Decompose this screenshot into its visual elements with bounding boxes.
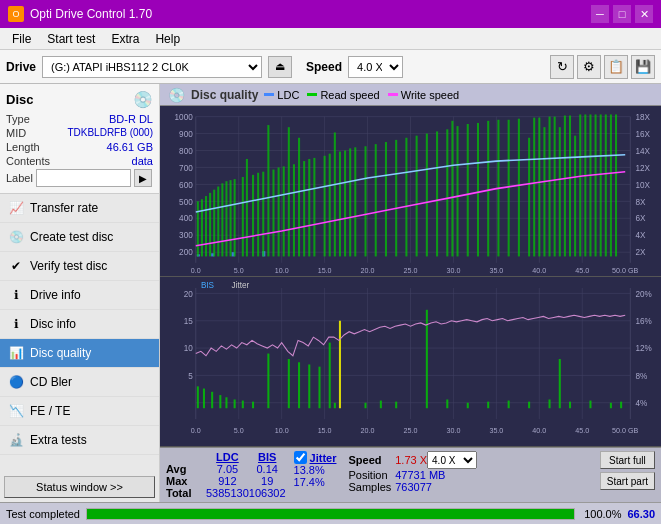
svg-rect-171 [508, 400, 510, 408]
read-speed-legend-label: Read speed [320, 89, 379, 101]
svg-rect-107 [549, 117, 551, 257]
menu-bar: File Start test Extra Help [0, 28, 661, 50]
svg-text:0.0: 0.0 [191, 266, 201, 275]
ldc-legend-label: LDC [277, 89, 299, 101]
drive-info-icon: ℹ [8, 287, 24, 303]
svg-rect-77 [308, 159, 310, 256]
svg-rect-105 [538, 118, 540, 257]
start-part-button[interactable]: Start part [600, 472, 655, 490]
jitter-col-header: Jitter [310, 452, 337, 464]
svg-text:300: 300 [179, 230, 193, 240]
svg-rect-117 [600, 114, 602, 256]
jitter-checkbox[interactable] [294, 451, 307, 464]
disc-icon: 💿 [133, 90, 153, 109]
svg-rect-68 [262, 172, 264, 257]
sidebar-item-create-test-disc[interactable]: 💿 Create test disc [0, 223, 159, 252]
sidebar-item-disc-info[interactable]: ℹ Disc info [0, 310, 159, 339]
svg-rect-80 [329, 154, 331, 257]
jitter-max: 17.4% [294, 476, 337, 488]
svg-rect-151 [211, 391, 213, 407]
svg-text:20%: 20% [635, 288, 652, 298]
bis-max: 19 [249, 475, 286, 487]
svg-text:900: 900 [179, 129, 193, 139]
svg-rect-173 [549, 399, 551, 408]
settings-button[interactable]: ⚙ [577, 55, 601, 79]
menu-start-test[interactable]: Start test [39, 30, 103, 48]
ldc-col-header: LDC [206, 451, 249, 463]
svg-rect-116 [595, 114, 597, 256]
svg-rect-160 [308, 364, 310, 408]
svg-rect-55 [201, 199, 203, 256]
type-key: Type [6, 113, 30, 125]
eject-button[interactable]: ⏏ [268, 56, 292, 78]
svg-text:20.0: 20.0 [361, 266, 375, 275]
save-button[interactable]: 💾 [631, 55, 655, 79]
legend: LDC Read speed Write speed [264, 89, 459, 101]
disc-panel: Disc 💿 Type BD-R DL MID TDKBLDRFB (000) … [0, 84, 159, 194]
refresh-button[interactable]: ↻ [550, 55, 574, 79]
svg-rect-71 [278, 167, 280, 256]
app-title: Opti Drive Control 1.70 [30, 7, 152, 21]
menu-help[interactable]: Help [147, 30, 188, 48]
svg-text:45.0: 45.0 [575, 266, 589, 275]
quality-title: Disc quality [191, 88, 258, 102]
svg-rect-66 [252, 175, 254, 257]
sidebar-item-transfer-rate[interactable]: 📈 Transfer rate [0, 194, 159, 223]
start-full-button[interactable]: Start full [600, 451, 655, 469]
mid-key: MID [6, 127, 26, 139]
svg-rect-75 [298, 138, 300, 257]
svg-rect-82 [339, 152, 341, 257]
write-speed-legend-label: Write speed [401, 89, 460, 101]
minimize-button[interactable]: ─ [591, 5, 609, 23]
contents-key: Contents [6, 155, 50, 167]
svg-rect-177 [610, 402, 612, 407]
menu-extra[interactable]: Extra [103, 30, 147, 48]
svg-rect-166 [395, 401, 397, 408]
fe-te-icon: 📉 [8, 403, 24, 419]
info-button[interactable]: 📋 [604, 55, 628, 79]
svg-text:25.0: 25.0 [404, 426, 418, 435]
svg-rect-178 [620, 401, 622, 408]
svg-rect-96 [457, 126, 459, 256]
sidebar-item-label: Create test disc [30, 230, 113, 244]
sidebar-item-verify-test-disc[interactable]: ✔ Verify test disc [0, 252, 159, 281]
svg-rect-115 [589, 114, 591, 256]
svg-text:700: 700 [179, 162, 193, 172]
svg-rect-170 [487, 401, 489, 408]
close-button[interactable]: ✕ [635, 5, 653, 23]
ldc-legend-color [264, 93, 274, 96]
svg-rect-67 [257, 173, 259, 257]
svg-rect-106 [543, 127, 545, 256]
svg-rect-94 [446, 129, 448, 256]
svg-rect-85 [354, 147, 356, 256]
svg-rect-157 [267, 353, 269, 408]
svg-rect-86 [364, 146, 366, 256]
sidebar-item-fe-te[interactable]: 📉 FE / TE [0, 397, 159, 426]
content-area: 💿 Disc quality LDC Read speed Write spee… [160, 84, 661, 502]
speed-select[interactable]: 4.0 X [348, 56, 403, 78]
svg-rect-65 [246, 159, 248, 256]
svg-rect-112 [574, 136, 576, 257]
label-set-button[interactable]: ▶ [134, 169, 152, 187]
maximize-button[interactable]: □ [613, 5, 631, 23]
read-speed-legend-color [307, 93, 317, 96]
svg-rect-110 [564, 116, 566, 257]
disc-label-input[interactable] [36, 169, 131, 187]
sidebar-item-disc-quality[interactable]: 📊 Disc quality [0, 339, 159, 368]
length-key: Length [6, 141, 40, 153]
progress-track [86, 508, 575, 520]
speed-stat-select[interactable]: 4.0 X [427, 451, 477, 469]
menu-file[interactable]: File [4, 30, 39, 48]
status-window-button[interactable]: Status window >> [4, 476, 155, 498]
svg-rect-111 [569, 116, 571, 257]
svg-rect-162 [329, 342, 331, 408]
sidebar-item-cd-bler[interactable]: 🔵 CD Bler [0, 368, 159, 397]
svg-rect-87 [375, 144, 377, 256]
drive-select[interactable]: (G:) ATAPI iHBS112 2 CL0K [42, 56, 262, 78]
progress-right-val: 66.30 [627, 508, 655, 520]
sidebar-item-extra-tests[interactable]: 🔬 Extra tests [0, 426, 159, 455]
svg-rect-156 [252, 401, 254, 408]
sidebar-item-drive-info[interactable]: ℹ Drive info [0, 281, 159, 310]
svg-text:BIS: BIS [201, 279, 215, 289]
app-icon: O [8, 6, 24, 22]
